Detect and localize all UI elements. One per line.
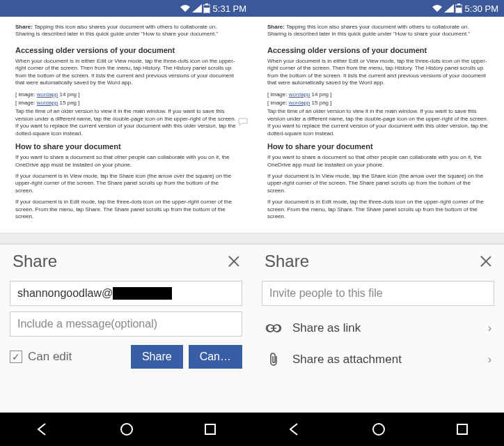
share-bold: Share: [15, 24, 33, 30]
svg-rect-7 [456, 8, 462, 13]
cancel-button[interactable]: Can… [189, 345, 242, 369]
svg-rect-1 [205, 3, 208, 5]
nav-bar [252, 413, 504, 446]
share-bold: Share: [267, 24, 285, 30]
heading-share: How to share your document [267, 141, 489, 151]
para-5: If your document is in Edit mode, tap th… [267, 199, 489, 220]
document-area: Share: Tapping this icon also shares you… [252, 17, 504, 233]
svg-rect-2 [204, 8, 210, 13]
battery-icon [455, 3, 462, 13]
signal-icon [192, 4, 202, 13]
share-button[interactable]: Share [131, 345, 183, 369]
para-4: If your document is in View mode, tap th… [15, 173, 237, 194]
heading-share: How to share your document [15, 141, 237, 151]
link-icon [265, 323, 282, 334]
share-attach-label: Share as attachment [292, 353, 478, 367]
para-1: When your document is in either Edit or … [15, 58, 237, 87]
svg-point-3 [121, 424, 132, 435]
email-field[interactable]: shannongoodlaw@ [10, 281, 242, 306]
wifi-icon [432, 4, 443, 13]
share-title: Share [265, 252, 309, 271]
share-title: Share [13, 252, 57, 271]
svg-rect-11 [457, 424, 467, 434]
left-screen: 5:31 PM Share: Tapping this icon also sh… [0, 0, 252, 446]
nav-back-icon[interactable] [35, 422, 50, 437]
status-time: 5:30 PM [465, 3, 498, 14]
svg-rect-6 [457, 3, 460, 5]
svg-rect-4 [205, 424, 215, 434]
share-rest: Tapping this icon also shares your docum… [267, 24, 470, 37]
link-wordapp-15[interactable]: wordapp [289, 100, 310, 106]
share-as-link-row[interactable]: Share as link › [252, 313, 504, 344]
para-4: If your document is in View mode, tap th… [267, 173, 489, 194]
signal-icon [444, 4, 454, 13]
close-icon[interactable] [227, 254, 241, 268]
para-1: When your document is in either Edit or … [267, 58, 489, 87]
can-edit-label: Can edit [28, 350, 125, 364]
document-area: Share: Tapping this icon also shares you… [0, 17, 252, 233]
share-panel: Share shannongoodlaw@ Include a message(… [0, 244, 252, 413]
para-2: Tap the time of an older version to view… [15, 108, 237, 137]
nav-back-icon[interactable] [287, 422, 302, 437]
status-time: 5:31 PM [213, 3, 246, 14]
nav-recent-icon[interactable] [203, 422, 217, 436]
nav-bar [0, 413, 252, 446]
email-value: shannongoodlaw@ [17, 287, 113, 300]
message-field[interactable]: Include a message(optional) [10, 312, 242, 337]
battery-icon [203, 3, 210, 13]
para-3: If you want to share a document so that … [267, 154, 489, 169]
comment-icon [238, 118, 248, 126]
share-link-label: Share as link [292, 321, 478, 335]
link-wordapp-14[interactable]: wordapp [37, 91, 58, 98]
chevron-right-icon: › [488, 353, 491, 366]
nav-recent-icon[interactable] [455, 422, 469, 436]
heading-accessing: Accessing older versions of your documen… [267, 45, 489, 55]
invite-field[interactable]: Invite people to this file [262, 281, 494, 306]
can-edit-checkbox[interactable]: ✓ [10, 351, 22, 363]
link-wordapp-14[interactable]: wordapp [289, 91, 310, 98]
gap-bar [252, 233, 504, 244]
gap-bar [0, 233, 252, 244]
nav-home-icon[interactable] [119, 422, 134, 437]
para-3: If you want to share a document so that … [15, 154, 237, 169]
para-2: Tap the time of an older version to view… [267, 108, 489, 137]
share-rest: Tapping this icon also shares your docum… [15, 24, 218, 37]
status-bar: 5:30 PM [252, 0, 504, 17]
svg-point-10 [373, 424, 384, 435]
link-wordapp-15[interactable]: wordapp [37, 100, 58, 106]
invite-placeholder: Invite people to this file [269, 287, 383, 300]
status-bar: 5:31 PM [0, 0, 252, 17]
redacted-block [113, 287, 172, 300]
close-icon[interactable] [479, 254, 493, 268]
paperclip-icon [267, 352, 280, 367]
right-screen: 5:30 PM Share: Tapping this icon also sh… [252, 0, 504, 446]
share-as-attachment-row[interactable]: Share as attachment › [252, 344, 504, 376]
heading-accessing: Accessing older versions of your documen… [15, 45, 237, 55]
wifi-icon [180, 4, 191, 13]
share-panel: Share Invite people to this file Share a… [252, 244, 504, 413]
message-placeholder: Include a message(optional) [17, 318, 157, 330]
para-5: If your document is in Edit mode, tap th… [15, 199, 237, 220]
nav-home-icon[interactable] [371, 422, 386, 437]
chevron-right-icon: › [488, 322, 491, 334]
